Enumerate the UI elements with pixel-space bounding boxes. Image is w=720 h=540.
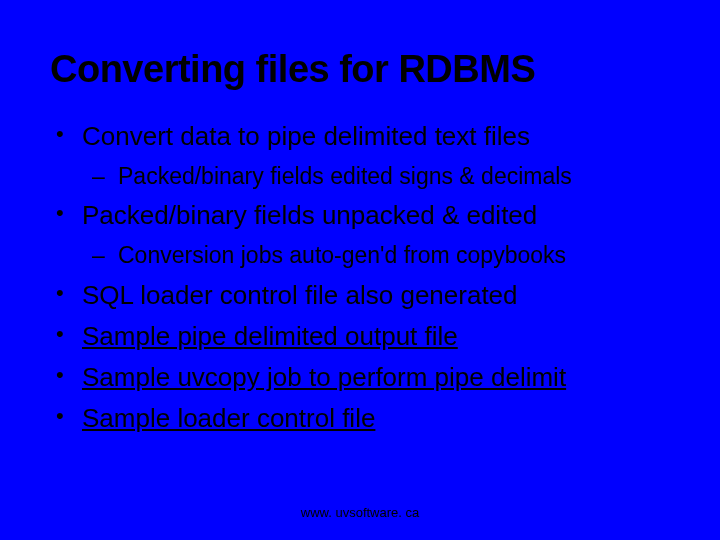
bullet-text: Convert data to pipe delimited text file… [82, 121, 530, 151]
list-item: Sample pipe delimited output file [50, 319, 670, 354]
list-item: Convert data to pipe delimited text file… [50, 119, 670, 192]
sub-text: Packed/binary fields edited signs & deci… [118, 163, 572, 189]
list-item: Sample loader control file [50, 401, 670, 436]
bullet-text: SQL loader control file also generated [82, 280, 518, 310]
link-sample-uvcopy[interactable]: Sample uvcopy job to perform pipe delimi… [82, 362, 566, 392]
sub-item: Conversion jobs auto-gen'd from copybook… [82, 239, 670, 271]
list-item: Sample uvcopy job to perform pipe delimi… [50, 360, 670, 395]
sub-item: Packed/binary fields edited signs & deci… [82, 160, 670, 192]
bullet-text: Packed/binary fields unpacked & edited [82, 200, 537, 230]
link-sample-output[interactable]: Sample pipe delimited output file [82, 321, 458, 351]
list-item: SQL loader control file also generated [50, 278, 670, 313]
sub-list: Packed/binary fields edited signs & deci… [82, 160, 670, 192]
footer-url: www. uvsoftware. ca [0, 505, 720, 520]
link-sample-loader[interactable]: Sample loader control file [82, 403, 375, 433]
sub-text: Conversion jobs auto-gen'd from copybook… [118, 242, 566, 268]
list-item: Packed/binary fields unpacked & edited C… [50, 198, 670, 271]
sub-list: Conversion jobs auto-gen'd from copybook… [82, 239, 670, 271]
slide-title: Converting files for RDBMS [50, 48, 670, 91]
bullet-list: Convert data to pipe delimited text file… [50, 119, 670, 436]
